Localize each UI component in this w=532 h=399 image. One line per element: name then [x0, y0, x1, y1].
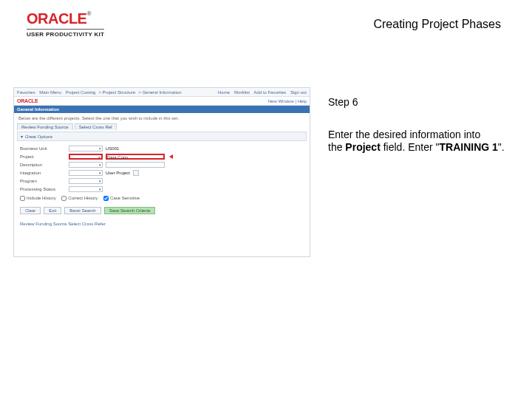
row-integration: Integration User Project [20, 168, 304, 177]
oracle-upk-subline: USER PRODUCTIVITY KIT [27, 29, 104, 38]
group-header-label: Great Options [25, 134, 52, 139]
group-header[interactable]: ▾ Great Options [17, 132, 307, 141]
breadcrumb-item[interactable]: Main Menu [39, 90, 61, 95]
integration-label: Integration [20, 171, 66, 175]
button-bar: Clear Exit Basic Search Save Search Crit… [14, 204, 310, 217]
business-unit-label: Business Unit [20, 146, 66, 151]
subtabs: Review Funding Source Select Cross Ref [14, 123, 310, 130]
oracle-logo-block: ORACLE® USER PRODUCTIVITY KIT [27, 10, 104, 38]
breadcrumb-item[interactable]: Project Costing [66, 90, 96, 95]
processing-status-label: Processing Status [20, 187, 66, 191]
program-dropdown[interactable] [69, 178, 103, 184]
description-dropdown[interactable] [69, 162, 103, 168]
instruction-bold-value: TRAINING 1 [440, 141, 498, 153]
new-window-link[interactable]: New Window | Help [268, 99, 307, 103]
instruction-line2-mid: field. Enter " [381, 141, 440, 153]
instruction-line1: Enter the desired information into [328, 129, 480, 140]
case-sensitive-checkbox[interactable]: Case Sensitive [103, 196, 140, 200]
instruction-line2-post: ". [498, 141, 505, 153]
breadcrumb-item[interactable]: Project Structure [103, 90, 136, 95]
footer-links[interactable]: Review Funding Source Select Cross Refer [14, 217, 310, 231]
row-project: Project Data Conv [20, 152, 304, 160]
row-description: Description [20, 160, 304, 168]
breadcrumb-item[interactable]: General Information [142, 90, 181, 95]
integration-value: User Project [106, 171, 130, 175]
section-title: General Information [14, 106, 310, 113]
app-topbar-tools: Home Worklist Add to Favorites Sign out [215, 90, 307, 95]
app-brandrow: ORACLE New Window | Help [14, 97, 310, 106]
exit-button[interactable]: Exit [44, 207, 61, 214]
highlight-arrow-icon [169, 154, 173, 159]
trademark-symbol: ® [86, 10, 91, 17]
row-processing-status: Processing Status [20, 185, 304, 193]
breadcrumb-item[interactable]: Favorites [17, 90, 35, 95]
save-search-button[interactable]: Save Search Criteria [104, 207, 155, 214]
instruction-bold-project: Project [345, 141, 380, 153]
worklist-link[interactable]: Worklist [234, 90, 250, 95]
tab-review-funding[interactable]: Review Funding Source [17, 123, 73, 130]
integration-dropdown[interactable] [69, 170, 103, 176]
step-label: Step 6 [328, 96, 513, 109]
section-note: Below are the different projects. Select… [14, 113, 310, 123]
add-favorites-link[interactable]: Add to Favorites [254, 90, 287, 95]
row-program: Program [20, 177, 304, 185]
description-label: Description [20, 163, 66, 167]
program-label: Program [20, 179, 66, 183]
app-topbar: Favorites Main Menu Project Costing> Pro… [14, 88, 310, 97]
instruction-panel: Step 6 Enter the desired information int… [328, 96, 513, 154]
row-business-unit: Business Unit US001 [20, 144, 304, 152]
home-link[interactable]: Home [218, 90, 230, 95]
instruction-line2-pre: the [328, 141, 345, 153]
form: Business Unit US001 Project Data Conv De… [14, 144, 310, 193]
correct-history-checkbox[interactable]: Correct History [61, 196, 98, 200]
tab-select-crossref[interactable]: Select Cross Ref [75, 123, 117, 130]
basic-search-button[interactable]: Basic Search [64, 207, 100, 214]
checkbox-row: Include History Correct History Case Sen… [14, 193, 310, 204]
breadcrumb: Favorites Main Menu Project Costing> Pro… [17, 90, 184, 95]
mini-oracle-logo: ORACLE [17, 98, 38, 103]
oracle-wordmark: ORACLE [27, 10, 86, 27]
include-history-checkbox[interactable]: Include History [20, 196, 56, 200]
project-input[interactable]: Data Conv [106, 154, 165, 160]
project-field[interactable] [69, 154, 103, 160]
page-title: Creating Project Phases [373, 18, 501, 31]
description-input[interactable] [106, 162, 165, 168]
business-unit-dropdown[interactable] [69, 146, 103, 151]
signout-link[interactable]: Sign out [290, 90, 307, 95]
business-unit-value: US001 [106, 146, 119, 151]
chevron-down-icon: ▾ [21, 134, 23, 139]
lookup-icon[interactable] [133, 170, 139, 176]
clear-button[interactable]: Clear [20, 207, 41, 214]
processing-status-dropdown[interactable] [69, 186, 103, 192]
instruction-body: Enter the desired information into the P… [328, 129, 513, 154]
application-screenshot: Favorites Main Menu Project Costing> Pro… [13, 87, 310, 257]
project-label: Project [20, 154, 66, 159]
